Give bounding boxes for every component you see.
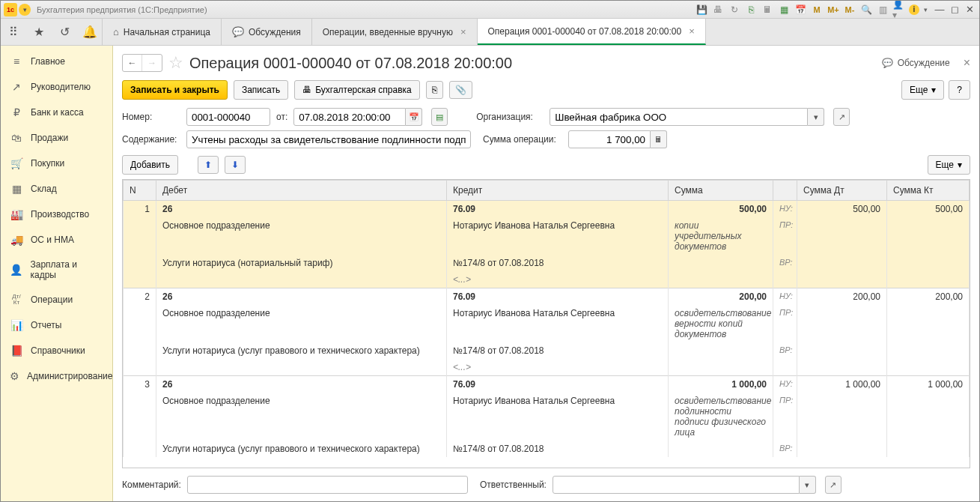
notifications-icon[interactable]: 🔔 bbox=[77, 19, 103, 45]
close-icon[interactable]: × bbox=[689, 25, 695, 37]
sidebar-item-assets[interactable]: 🚚ОС и НМА bbox=[1, 227, 112, 252]
save-close-button[interactable]: Записать и закрыть bbox=[122, 80, 228, 100]
discuss-label: Обсуждение bbox=[898, 58, 950, 68]
register-button[interactable]: ⎘ bbox=[426, 81, 443, 99]
move-down-button[interactable]: ⬇ bbox=[225, 156, 246, 174]
sidebar-item-warehouse[interactable]: ▦Склад bbox=[1, 176, 112, 202]
calendar-icon[interactable]: ▦ bbox=[777, 4, 791, 16]
print-button[interactable]: 🖶Бухгалтерская справка bbox=[294, 80, 420, 100]
sidebar-item-operations[interactable]: Дт/КтОперации bbox=[1, 287, 112, 312]
table-row[interactable]: <...> bbox=[123, 271, 969, 288]
favorite-icon[interactable]: ★ bbox=[26, 19, 52, 45]
move-up-button[interactable]: ⬆ bbox=[198, 156, 219, 174]
refresh-icon[interactable]: ↻ bbox=[728, 4, 741, 16]
table-row[interactable]: 12676.09500,00НУ:500,00500,00 bbox=[123, 201, 969, 218]
th-debit[interactable]: Дебет bbox=[156, 181, 446, 201]
org-open-button[interactable]: ↗ bbox=[833, 108, 850, 126]
org-dropdown-icon[interactable]: ▾ bbox=[808, 108, 824, 126]
org-input[interactable] bbox=[550, 108, 808, 126]
close-page-button[interactable]: × bbox=[964, 56, 970, 70]
desc-input[interactable] bbox=[186, 130, 471, 148]
m-plus-icon[interactable]: M+ bbox=[827, 4, 840, 16]
table-more-button[interactable]: Еще ▾ bbox=[928, 155, 970, 175]
cart-icon: 🛒 bbox=[10, 157, 23, 169]
table-row[interactable]: Услуги нотариуса (услуг правового и техн… bbox=[123, 342, 969, 359]
th-credit[interactable]: Кредит bbox=[447, 181, 669, 201]
save-icon[interactable]: 💾 bbox=[695, 4, 708, 16]
zoom-icon[interactable]: 🔍 bbox=[859, 4, 873, 16]
sidebar-item-manager[interactable]: ↗Руководителю bbox=[1, 74, 112, 100]
favorite-toggle[interactable]: ☆ bbox=[168, 53, 183, 73]
resp-input[interactable] bbox=[553, 476, 800, 494]
date-input[interactable] bbox=[293, 108, 406, 126]
tab-operation-detail[interactable]: Операция 0001-000040 от 07.08.2018 20:00… bbox=[478, 19, 706, 45]
th-kt[interactable]: Сумма Кт bbox=[887, 181, 970, 201]
resp-open-button[interactable]: ↗ bbox=[825, 476, 841, 494]
tab-operations[interactable]: Операции, введенные вручную× bbox=[312, 19, 478, 45]
back-button[interactable]: ← bbox=[123, 55, 142, 71]
info-dd[interactable]: ▾ bbox=[922, 4, 928, 16]
history-icon[interactable]: ↺ bbox=[52, 19, 77, 45]
table-row[interactable]: Основное подразделениеНотариус Иванова Н… bbox=[123, 393, 969, 441]
save-button[interactable]: Записать bbox=[234, 80, 288, 100]
table-row[interactable]: Услуги нотариуса (услуг правового и техн… bbox=[123, 441, 969, 457]
grid[interactable]: N Дебет Кредит Сумма Сумма Дт Сумма Кт 1… bbox=[122, 179, 970, 468]
sidebar-item-purchases[interactable]: 🛒Покупки bbox=[1, 151, 112, 176]
date-extra-button[interactable]: ▤ bbox=[431, 108, 448, 126]
sidebar-item-directories[interactable]: 📕Справочники bbox=[1, 338, 112, 363]
sum-input[interactable] bbox=[568, 130, 651, 148]
m-icon[interactable]: M bbox=[810, 4, 824, 16]
compare-icon[interactable]: ⎘ bbox=[744, 4, 758, 16]
panel-icon[interactable]: ▥ bbox=[876, 4, 889, 16]
maximize-button[interactable]: ◻ bbox=[948, 4, 961, 15]
desc-label: Содержание: bbox=[122, 134, 180, 145]
calc-picker-icon[interactable]: 🖩 bbox=[651, 130, 667, 148]
table-row[interactable]: <...> bbox=[123, 359, 969, 376]
more-button[interactable]: Еще ▾ bbox=[901, 80, 944, 100]
app-logo-icon: 1c bbox=[4, 3, 17, 16]
tab-discussions[interactable]: 💬Обсуждения bbox=[222, 19, 312, 45]
resp-dropdown-icon[interactable]: ▾ bbox=[800, 476, 816, 494]
th-sum[interactable]: Сумма bbox=[669, 181, 773, 201]
print-icon[interactable]: 🖶 bbox=[711, 4, 725, 16]
minimize-button[interactable]: — bbox=[933, 4, 946, 15]
table-row[interactable]: 32676.091 000,00НУ:1 000,001 000,00 bbox=[123, 376, 969, 393]
help-button[interactable]: ? bbox=[949, 80, 970, 100]
close-icon[interactable]: × bbox=[460, 26, 466, 37]
m-minus-icon[interactable]: M- bbox=[843, 4, 856, 16]
close-button[interactable]: ✕ bbox=[963, 4, 976, 15]
discuss-button[interactable]: 💬Обсуждение bbox=[882, 58, 950, 68]
app-menu-dropdown[interactable]: ▾ bbox=[19, 4, 31, 16]
num-input[interactable] bbox=[186, 108, 270, 126]
th-n[interactable]: N bbox=[123, 181, 156, 201]
calendar31-icon[interactable]: 📅 bbox=[794, 4, 807, 16]
apps-menu-icon[interactable]: ⠿ bbox=[1, 19, 26, 45]
attach-button[interactable]: 📎 bbox=[449, 81, 472, 99]
form-row-2: Содержание: Сумма операции: 🖩 bbox=[113, 128, 979, 151]
add-button[interactable]: Добавить bbox=[122, 155, 178, 175]
user-icon[interactable]: 👤▾ bbox=[892, 4, 906, 16]
sidebar-item-label: Склад bbox=[31, 184, 57, 194]
tab-label: Операция 0001-000040 от 07.08.2018 20:00… bbox=[488, 26, 682, 37]
comment-input[interactable] bbox=[187, 476, 468, 494]
table-row[interactable]: 22676.09200,00НУ:200,00200,00 bbox=[123, 288, 969, 306]
info-icon[interactable]: i bbox=[909, 4, 919, 15]
table-row[interactable]: Основное подразделениеНотариус Иванова Н… bbox=[123, 305, 969, 342]
table-row[interactable]: Основное подразделениеНотариус Иванова Н… bbox=[123, 217, 969, 255]
table-row[interactable]: Услуги нотариуса (нотариальный тариф)№17… bbox=[123, 255, 969, 271]
sidebar-item-sales[interactable]: 🛍Продажи bbox=[1, 125, 112, 151]
sidebar-item-label: Администрирование bbox=[27, 371, 112, 381]
sidebar-item-admin[interactable]: ⚙Администрирование bbox=[1, 363, 112, 389]
forward-button[interactable]: → bbox=[142, 55, 162, 71]
sidebar-item-main[interactable]: ≡Главное bbox=[1, 49, 112, 74]
th-tag[interactable] bbox=[773, 181, 797, 201]
tab-home[interactable]: ⌂Начальная страница bbox=[103, 19, 222, 45]
sidebar-item-bank[interactable]: ₽Банк и касса bbox=[1, 100, 112, 125]
sidebar-item-reports[interactable]: 📊Отчеты bbox=[1, 312, 112, 338]
calc-icon[interactable]: 🖩 bbox=[761, 4, 774, 16]
th-dt[interactable]: Сумма Дт bbox=[797, 181, 887, 201]
more-label: Еще bbox=[910, 85, 928, 95]
calendar-picker-icon[interactable]: 📅 bbox=[406, 108, 422, 126]
sidebar-item-production[interactable]: 🏭Производство bbox=[1, 202, 112, 227]
sidebar-item-hr[interactable]: 👤Зарплата и кадры bbox=[1, 252, 112, 287]
